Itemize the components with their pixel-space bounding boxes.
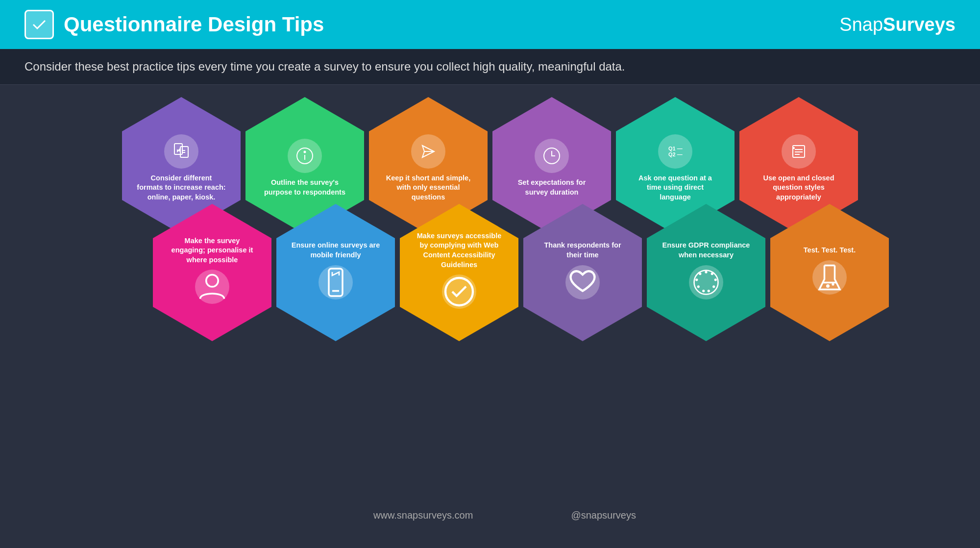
hex-test-label: Test. Test. Test. xyxy=(799,246,860,255)
header-left: Questionnaire Design Tips xyxy=(24,10,324,39)
svg-rect-18 xyxy=(329,269,343,296)
svg-text:Q1 —: Q1 — xyxy=(668,146,683,151)
svg-point-24 xyxy=(714,278,717,281)
footer-website: www.snapsurveys.com xyxy=(373,510,473,521)
svg-point-33 xyxy=(826,284,830,288)
brand-name: SnapSurveys xyxy=(839,14,956,35)
hex-gdpr-label: Ensure GDPR compliance when necessary xyxy=(657,241,756,260)
svg-point-16 xyxy=(793,147,795,149)
svg-point-22 xyxy=(705,271,707,273)
svg-point-26 xyxy=(708,289,710,292)
header: Questionnaire Design Tips SnapSurveys xyxy=(0,0,980,49)
flask-icon xyxy=(812,260,847,295)
page-container: Questionnaire Design Tips SnapSurveys Co… xyxy=(0,0,980,531)
info-icon xyxy=(288,139,322,173)
checkbox-icon xyxy=(24,10,54,39)
person-icon xyxy=(195,270,229,304)
svg-point-34 xyxy=(832,283,834,285)
hex-keep-short-label: Keep it short and simple, with only esse… xyxy=(379,174,478,202)
subtitle-text: Consider these best practice tips every … xyxy=(24,60,956,74)
subtitle-bar: Consider these best practice tips every … xyxy=(0,49,980,85)
hex-thank-label: Thank respondents for their time xyxy=(533,241,632,260)
svg-point-6 xyxy=(304,151,306,153)
footer-twitter: @snapsurveys xyxy=(571,510,636,521)
mobile-icon xyxy=(318,265,353,299)
svg-point-30 xyxy=(699,272,701,274)
hex-open-closed-label: Use open and closed question styles appr… xyxy=(749,174,848,202)
hex-consider-formats-label: Consider different formats to increase r… xyxy=(132,174,231,202)
hex-mobile-friendly-label: Ensure online surveys are mobile friendl… xyxy=(286,241,385,260)
svg-point-27 xyxy=(702,289,705,292)
svg-point-17 xyxy=(206,275,219,287)
hex-grid: Consider different formats to increase r… xyxy=(15,97,965,341)
svg-point-20 xyxy=(445,278,473,305)
formats-icon xyxy=(164,134,198,169)
questions-icon: Q1 — Q2 — xyxy=(658,134,692,169)
svg-point-23 xyxy=(711,272,713,274)
hex-row-bottom: Make the survey engaging; personalise it… xyxy=(150,204,891,341)
svg-point-28 xyxy=(697,285,700,288)
hex-engaging-label: Make the survey engaging; personalise it… xyxy=(163,236,262,265)
hex-outline-purpose-label: Outline the survey's purpose to responde… xyxy=(255,178,354,197)
heart-icon xyxy=(565,265,600,299)
svg-point-21 xyxy=(694,270,718,294)
check-icon xyxy=(442,274,476,309)
list-icon xyxy=(782,134,816,169)
svg-point-29 xyxy=(695,278,698,281)
svg-rect-0 xyxy=(174,144,182,154)
hex-accessibility-label: Make surveys accessible by complying wit… xyxy=(410,231,509,270)
stars-icon xyxy=(689,265,723,299)
main-content: Consider different formats to increase r… xyxy=(0,85,980,531)
page-title: Questionnaire Design Tips xyxy=(64,13,324,36)
send-icon xyxy=(411,134,445,169)
svg-text:Q2 —: Q2 — xyxy=(668,151,683,157)
clock-icon xyxy=(535,139,569,173)
hex-set-expectations-label: Set expectations for survey duration xyxy=(502,178,601,197)
footer: www.snapsurveys.com @snapsurveys xyxy=(15,510,980,521)
hex-one-question-label: Ask one question at a time using direct … xyxy=(626,174,725,202)
svg-point-25 xyxy=(712,285,715,288)
